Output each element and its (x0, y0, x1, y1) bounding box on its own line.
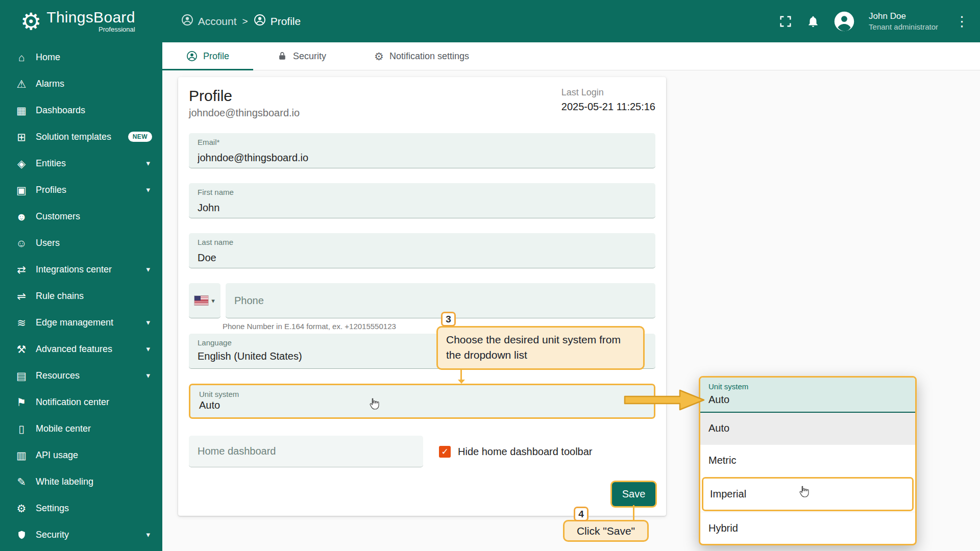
hand-cursor-icon (798, 485, 809, 500)
sidebar-item-alarms[interactable]: ⚠ Alarms (0, 70, 162, 97)
brand-logo[interactable]: ⚙ ThingsBoard Professional (20, 9, 135, 34)
language-value: English (United States) (198, 350, 302, 362)
dropdown-field-value: Auto (708, 394, 729, 406)
first-name-label: First name (198, 188, 234, 196)
email-field[interactable]: Email* (189, 133, 655, 168)
checkbox-checked-icon[interactable]: ✓ (439, 446, 451, 458)
sidebar-item-label: Customers (36, 211, 80, 222)
annotation-arrow-right (624, 388, 705, 414)
page-title: Profile (189, 87, 300, 104)
app-root: ⚙ ThingsBoard Professional Account > Pro… (0, 0, 980, 551)
sidebar-item-resources[interactable]: ▤ Resources ▾ (0, 362, 162, 389)
sidebar-item-label: Advanced features (36, 344, 112, 355)
user-avatar[interactable] (834, 11, 855, 32)
warning-icon: ⚠ (14, 79, 29, 89)
unit-system-select[interactable]: Unit system Auto (189, 384, 655, 419)
hide-toolbar-label: Hide home dashboard toolbar (458, 446, 593, 458)
breadcrumb-account-label: Account (198, 15, 237, 28)
sidebar-item-label: Edge management (36, 317, 113, 328)
sidebar-item-advanced-features[interactable]: ⚒ Advanced features ▾ (0, 336, 162, 362)
edge-antenna-icon: ≋ (14, 317, 29, 328)
home-dashboard-row: ✓ Hide home dashboard toolbar (189, 436, 655, 467)
user-name: John Doe (869, 11, 938, 22)
sidebar-item-label: Rule chains (36, 291, 84, 302)
sidebar-item-home[interactable]: ⌂ Home (0, 44, 162, 70)
home-dashboard-input[interactable] (198, 436, 414, 467)
sidebar-item-profiles[interactable]: ▣ Profiles ▾ (0, 177, 162, 203)
sidebar-item-label: Home (36, 52, 60, 63)
paint-icon: ✎ (14, 477, 29, 487)
first-name-field[interactable]: First name (189, 183, 655, 218)
tab-security-label: Security (293, 51, 326, 62)
sidebar-item-settings[interactable]: ⚙ Settings (0, 495, 162, 521)
sidebar-item-solution-templates[interactable]: ⊞ Solution templates NEW (0, 123, 162, 150)
dropdown-option-auto[interactable]: Auto (700, 413, 915, 444)
category-icon: ◈ (14, 158, 29, 169)
dropdown-trigger-field[interactable]: Unit system Auto (700, 378, 915, 413)
breadcrumb-account[interactable]: Account (181, 14, 237, 29)
tab-notification-settings[interactable]: ⚙ Notification settings (350, 42, 493, 70)
chevron-down-icon: ▾ (146, 265, 152, 274)
sidebar-item-label: Resources (36, 370, 80, 381)
sidebar-item-dashboards[interactable]: ▦ Dashboards (0, 97, 162, 123)
language-label: Language (198, 338, 232, 347)
dropdown-option-hybrid[interactable]: Hybrid (700, 512, 915, 544)
sidebar-item-customers[interactable]: ☻ Customers (0, 203, 162, 230)
sidebar-item-entities[interactable]: ◈ Entities ▾ (0, 150, 162, 177)
last-name-label: Last name (198, 238, 233, 246)
new-badge: NEW (128, 132, 152, 142)
fullscreen-icon[interactable] (778, 14, 793, 29)
email-input[interactable] (198, 152, 647, 164)
chevron-down-icon: ▾ (146, 371, 152, 380)
save-button[interactable]: Save (612, 482, 655, 506)
sidebar-item-edge-management[interactable]: ≋ Edge management ▾ (0, 309, 162, 336)
breadcrumb-profile-label: Profile (271, 15, 301, 28)
unit-system-label: Unit system (199, 390, 239, 398)
hide-toolbar-checkbox-row[interactable]: ✓ Hide home dashboard toolbar (439, 446, 593, 458)
sidebar-item-security[interactable]: Security ▾ (0, 521, 162, 548)
profile-card: Profile johndoe@thingsboard.io Last Logi… (178, 77, 666, 516)
sidebar-item-api-usage[interactable]: ▥ API usage (0, 442, 162, 468)
caret-down-icon: ▾ (211, 297, 215, 305)
chevron-down-icon: ▾ (146, 159, 152, 168)
last-login-block: Last Login 2025-05-21 11:25:16 (561, 87, 655, 119)
sidebar-item-label: White labeling (36, 477, 93, 487)
last-name-input[interactable] (198, 252, 647, 264)
notifications-bell-icon[interactable] (806, 15, 820, 28)
sidebar-item-label: Solution templates (36, 132, 111, 142)
sidebar-item-mobile-center[interactable]: ▯ Mobile center (0, 415, 162, 442)
home-dashboard-field[interactable] (189, 436, 423, 467)
people-icon: ☻ (14, 211, 29, 222)
badge-icon: ▣ (14, 185, 29, 195)
first-name-input[interactable] (198, 202, 647, 214)
card-title-block: Profile johndoe@thingsboard.io (189, 87, 300, 119)
tab-profile[interactable]: Profile (162, 42, 253, 70)
us-flag-icon (194, 296, 208, 305)
step-3-badge: 3 (441, 312, 456, 327)
phone-field[interactable] (226, 283, 655, 318)
first-name-row: First name (189, 183, 655, 218)
sidebar-item-integrations-center[interactable]: ⇄ Integrations center ▾ (0, 256, 162, 283)
dropdown-option-metric[interactable]: Metric (700, 444, 915, 477)
phone-country-selector[interactable]: ▾ (189, 283, 220, 318)
phone-input[interactable] (234, 283, 647, 318)
last-name-field[interactable]: Last name (189, 233, 655, 268)
step-4-badge: 4 (574, 507, 589, 521)
dropdown-option-imperial[interactable]: Imperial (702, 477, 914, 512)
sidebar-item-rule-chains[interactable]: ⇌ Rule chains (0, 283, 162, 309)
breadcrumb-profile[interactable]: Profile (254, 14, 301, 29)
user-role: Tenant administrator (869, 22, 938, 32)
sidebar-item-notification-center[interactable]: ⚑ Notification center (0, 389, 162, 415)
apps-icon: ⊞ (14, 132, 29, 142)
tab-notification-settings-label: Notification settings (389, 51, 469, 62)
brand-edition: Professional (99, 26, 135, 33)
sidebar-item-label: Notification center (36, 397, 109, 408)
sidebar-item-users[interactable]: ☺ Users (0, 230, 162, 256)
step-4-callout: Click "Save" (563, 520, 649, 542)
more-options-kebab-icon[interactable]: ⋮ (952, 13, 972, 30)
connector-line (460, 369, 462, 380)
tab-security[interactable]: Security (253, 42, 350, 70)
sidebar-item-white-labeling[interactable]: ✎ White labeling (0, 468, 162, 495)
integration-arrows-icon: ⇄ (14, 264, 29, 275)
user-menu[interactable]: John Doe Tenant administrator (869, 11, 938, 32)
